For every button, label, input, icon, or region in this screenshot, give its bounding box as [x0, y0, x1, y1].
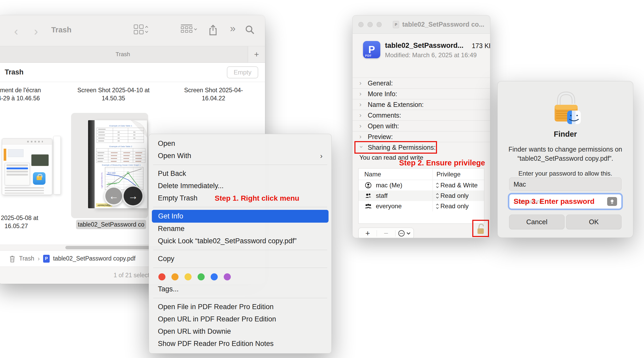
auth-dialog: Finder Finder wants to change permission… [497, 81, 633, 238]
file-label[interactable]: ement de l'écran 4-29 à 10.46.56 [0, 86, 58, 102]
zoom-button[interactable] [377, 22, 382, 27]
permission-privilege[interactable]: Read & Write [440, 182, 478, 189]
icon-view-control[interactable] [134, 25, 148, 34]
search-button[interactable] [245, 25, 255, 35]
pdf-file-icon: P [43, 255, 50, 263]
section-name-extension[interactable]: › Name & Extension: [353, 99, 490, 110]
tag-blue[interactable] [211, 273, 218, 280]
right-arrow-icon: → [128, 190, 138, 202]
info-window-title: table02_SetPassword co... [402, 21, 484, 28]
tag-purple[interactable] [224, 273, 231, 280]
close-button[interactable] [358, 22, 364, 27]
tag-orange[interactable] [171, 273, 179, 280]
pdf-table2-title: Example of Data Table 2 [109, 145, 132, 148]
permission-row-everyone[interactable]: everyone Read only [359, 201, 484, 211]
menu-label: Open URL in PDF Reader Pro Edition [158, 315, 276, 323]
privilege-stepper-icon[interactable] [436, 183, 438, 188]
section-comments[interactable]: › Comments: [353, 110, 490, 120]
pdf-chart-title: Example of Measuring Ocean Color Graph 1 [102, 164, 141, 166]
forward-button[interactable]: › [34, 24, 38, 38]
section-more-info[interactable]: › More Info: [353, 88, 490, 99]
username-field[interactable]: Mac [509, 177, 622, 191]
menu-item-get-info[interactable]: Get Info [152, 210, 329, 223]
thumbnail-screenshot[interactable] [2, 138, 52, 195]
info-title-bar: P table02_SetPassword co... [353, 15, 490, 34]
section-open-with[interactable]: › Open with: [353, 120, 490, 131]
view-stepper-icon [146, 26, 148, 32]
menu-item-open[interactable]: Open [149, 137, 331, 150]
minimize-button[interactable] [367, 22, 373, 27]
menu-item-empty-trash[interactable]: Empty Trash Step 1. Right click menu [149, 192, 331, 204]
privilege-stepper-icon[interactable] [436, 204, 438, 209]
unlocked-padlock-icon[interactable] [476, 223, 485, 235]
chevron-right-icon: › [359, 122, 364, 130]
dialog-message-line: Finder wants to change permissions on [508, 145, 623, 154]
section-preview[interactable]: › Preview: [353, 131, 490, 142]
submenu-chevron-icon: › [320, 152, 323, 160]
menu-item-open-url-downie[interactable]: Open URL with Downie [149, 325, 331, 338]
menu-item-open-with[interactable]: Open With › [149, 150, 331, 162]
selected-pdf-thumbnail[interactable]: Example of Data Table 1 Example of Data … [71, 113, 148, 218]
dialog-message-line: “table02_SetPassword copy.pdf”. [508, 154, 623, 163]
caps-lock-icon [607, 197, 617, 206]
menu-label: Empty Trash [158, 194, 198, 202]
file-label-line: 4-29 à 10.46.56 [0, 94, 58, 102]
file-label-line: 16.05.27 [0, 222, 53, 230]
menu-item-rename[interactable]: Rename [149, 223, 331, 235]
tag-yellow[interactable] [185, 273, 192, 280]
selected-file-label[interactable]: table02_SetPassword co [76, 220, 146, 229]
privilege-stepper-icon[interactable] [436, 194, 438, 198]
menu-separator [153, 165, 327, 165]
menu-item-delete-immediately[interactable]: Delete Immediately... [149, 180, 331, 192]
more-actions-button[interactable] [395, 228, 413, 238]
password-field[interactable]: Password Step 3. Enter password [509, 194, 622, 209]
permission-privilege[interactable]: Read only [440, 192, 469, 199]
preview-back-button[interactable]: ← [104, 186, 123, 206]
permission-privilege[interactable]: Read only [440, 203, 469, 210]
menu-item-open-file-pdf-reader[interactable]: Open File in PDF Reader Pro Edition [149, 301, 331, 313]
tag-red[interactable] [158, 273, 165, 280]
share-button[interactable] [209, 25, 217, 36]
info-sections: › General: › More Info: › Name & Extensi… [353, 78, 490, 153]
file-label[interactable]: Screen Shot 2025-04- 16.04.22 [166, 86, 261, 102]
permission-row-staff[interactable]: staff Read only [359, 190, 484, 201]
menu-item-show-pdf-reader-notes[interactable]: Show PDF Reader Pro Edition Notes [149, 338, 331, 350]
section-sharing-permissions[interactable]: › Sharing & Permissions: [353, 142, 490, 153]
menu-item-tags[interactable]: Tags... [149, 283, 331, 295]
path-file-name[interactable]: table02_SetPassword copy.pdf [53, 255, 135, 262]
file-label[interactable]: Screen Shot 2025-04-10 at 14.50.35 [66, 86, 160, 102]
menu-item-open-url-pdf-reader[interactable]: Open URL in PDF Reader Pro Edition [149, 313, 331, 325]
group-by-control[interactable] [181, 25, 197, 33]
column-name: Name [364, 171, 381, 178]
chevron-down-icon [194, 27, 197, 30]
add-user-button[interactable]: + [359, 228, 377, 238]
info-file-modified: Modified: March 6, 2025 at 16:49 [385, 51, 477, 59]
tab-trash[interactable]: Trash [0, 46, 248, 62]
menu-item-quick-look[interactable]: Quick Look “table02_SetPassword copy.pdf… [149, 235, 331, 247]
menu-label: Open URL with Downie [158, 327, 231, 336]
back-button[interactable]: ‹ [14, 24, 18, 38]
permission-row-mac[interactable]: mac (Me) Read & Write [359, 180, 484, 190]
empty-trash-button[interactable]: Empty [227, 66, 258, 78]
thumbnail-page-edge[interactable] [53, 136, 61, 194]
cancel-button[interactable]: Cancel [509, 215, 565, 229]
path-location[interactable]: Trash [19, 255, 34, 262]
info-file-name: table02_SetPassword... [385, 42, 463, 50]
chevron-right-icon: › [359, 90, 364, 97]
new-tab-button[interactable]: + [248, 46, 265, 62]
context-menu: Open Open With › Put Back Delete Immedia… [149, 134, 332, 354]
menu-separator [153, 298, 327, 298]
approved-stamp: APPROVED [97, 204, 111, 207]
section-label: Name & Extension: [368, 101, 424, 108]
more-toolbar-items-button[interactable]: » [230, 23, 235, 34]
section-general[interactable]: › General: [353, 78, 490, 88]
permission-user: everyone [376, 203, 402, 210]
ok-button[interactable]: OK [566, 215, 622, 229]
tag-green[interactable] [198, 273, 205, 280]
menu-item-put-back[interactable]: Put Back [149, 168, 331, 180]
chevron-right-icon: › [359, 101, 364, 108]
menu-item-copy[interactable]: Copy [149, 253, 331, 265]
remove-user-button[interactable]: − [377, 228, 395, 238]
file-label[interactable]: ot 2025-05-08 at 16.05.27 [0, 214, 53, 230]
preview-forward-button[interactable]: → [122, 185, 144, 207]
